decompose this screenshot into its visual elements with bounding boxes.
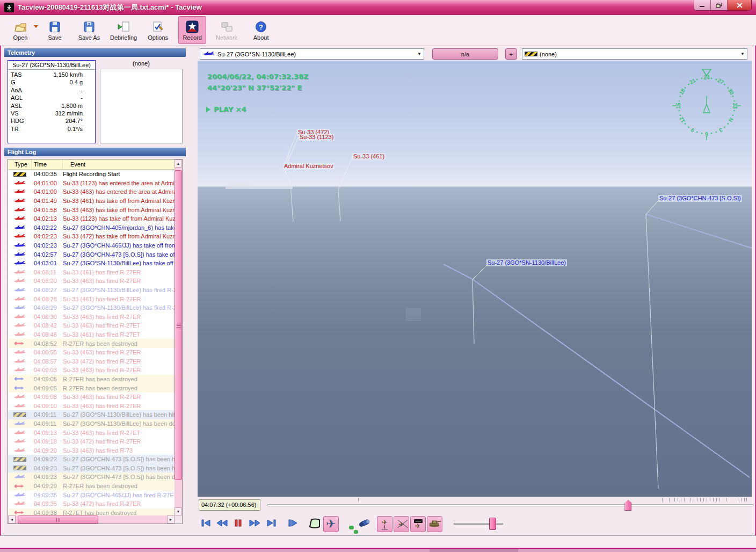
chevron-down-icon: ▼ xyxy=(415,52,424,56)
timeline-handle[interactable] xyxy=(624,500,631,511)
zoom-slider-handle[interactable] xyxy=(489,518,496,530)
flight-log-row[interactable]: 04:01:58Su-33 (463) has take off from Ad… xyxy=(8,205,175,214)
cockpit-view-button[interactable] xyxy=(307,516,322,532)
red-plane-faded-icon xyxy=(8,350,32,355)
flight-log-row[interactable]: 04:09:18Su-33 (472) has fired R-27ER xyxy=(8,437,175,446)
flight-log-row[interactable]: 04:09:05R-27ER has been destroyed xyxy=(8,383,175,393)
vertical-scrollbar[interactable]: ▲ ▼ xyxy=(175,159,182,515)
close-button[interactable] xyxy=(728,0,751,10)
secondary-object-select[interactable]: (none) ▼ xyxy=(522,48,747,60)
camera-view-button[interactable] xyxy=(357,516,372,532)
flight-log-row[interactable]: 04:08:11Su-33 (461) has fired R-27ER xyxy=(8,268,175,277)
telemetry-primary-box[interactable]: Su-27 (3GO*SN-1130/BillLee) TAS1,150 km/… xyxy=(8,60,96,143)
flight-log-row[interactable]: 04:09:08Su-33 (463) has fired R-27ER xyxy=(8,393,175,402)
flight-log-row[interactable]: 04:02:22Su-27 (3GO*CHN-405/mjordan_6) ha… xyxy=(8,223,175,233)
skip-to-start-button[interactable] xyxy=(199,518,213,531)
object-label[interactable]: Admiral Kuznetsov xyxy=(283,163,335,170)
flight-log-row[interactable]: 04:02:57Su-27 (3GO*CHN-473 [S.O.S]) has … xyxy=(8,250,175,259)
restore-button[interactable] xyxy=(711,0,728,10)
show-aircraft-models-button[interactable]: ✈ xyxy=(377,516,392,532)
save-as-button[interactable]: ? Save As xyxy=(75,16,103,44)
options-button[interactable]: Options xyxy=(144,16,172,44)
flight-log-row[interactable]: 04:01:00Su-33 (463) has entered the area… xyxy=(8,187,175,197)
flight-log-row[interactable]: 04:08:27Su-27 (3GO*SN-1130/BillLee) has … xyxy=(8,286,175,295)
flight-log-row[interactable]: 04:09:20Su-33 (463) has fired R-73 xyxy=(8,446,175,455)
scroll-down-button[interactable]: ▼ xyxy=(175,507,182,515)
na-button[interactable]: n/a xyxy=(432,48,498,60)
about-button[interactable]: ? About xyxy=(247,16,275,44)
flight-log-row[interactable]: 04:08:55Su-33 (463) has fired R-27ER xyxy=(8,348,175,357)
minimize-button[interactable] xyxy=(694,0,711,10)
flight-log-row[interactable]: 04:08:52R-27ER has been destroyed xyxy=(8,339,175,348)
flight-log-row[interactable]: 04:02:23Su-33 (472) has take off from Ad… xyxy=(8,232,175,241)
flight-log-row[interactable]: 04:02:23Su-27 (3GO*CHN-465/JJ) has take … xyxy=(8,241,175,250)
add-object-button[interactable]: + xyxy=(505,48,517,60)
flight-log-row[interactable]: 04:03:01Su-27 (3GO*SN-1130/BillLee) has … xyxy=(8,259,175,268)
save-button[interactable]: Save xyxy=(41,16,69,44)
red-plane-icon xyxy=(8,198,32,204)
blue-plane-icon xyxy=(202,51,215,57)
flight-log-row[interactable]: 04:08:42Su-33 (463) has fired R-27ET xyxy=(8,321,175,330)
flight-log-row[interactable]: 04:09:23Su-27 (3GO*CHN-473 [S.O.S]) has … xyxy=(8,473,175,482)
object-label[interactable]: Su-33 (1123) xyxy=(299,134,335,141)
aircraft-view-button[interactable]: ✈ xyxy=(323,516,339,532)
flight-log-row[interactable]: 04:01:00Su-33 (1123) has entered the are… xyxy=(8,179,175,188)
flight-log-row[interactable]: 04:08:57Su-33 (472) has fired R-27ER xyxy=(8,357,175,366)
primary-object-select[interactable]: Su-27 (3GO*SN-1130/BillLee) ▼ xyxy=(200,48,424,60)
debriefing-icon xyxy=(117,19,130,34)
open-button[interactable]: Open xyxy=(6,16,34,44)
title-bar[interactable]: Tacview-20080419-211613对战第一局.txt.acmi* -… xyxy=(0,0,756,15)
red-missile-icon xyxy=(8,484,32,489)
object-label[interactable]: Su-27 (3GO*CHN-473 [S.O.S]) xyxy=(658,195,742,202)
vertical-scrollbar-thumb[interactable] xyxy=(175,170,182,480)
flight-log-row[interactable]: 04:08:30Su-33 (463) has fired R-27ER xyxy=(8,313,175,322)
fast-forward-button[interactable] xyxy=(248,518,262,531)
scroll-left-button[interactable]: ◄ xyxy=(8,515,16,524)
timeline-track[interactable] xyxy=(267,504,754,506)
debriefing-button[interactable]: Debriefing xyxy=(110,16,137,44)
horizontal-scrollbar-thumb[interactable] xyxy=(18,515,98,524)
flight-log-row[interactable]: 04:08:29Su-27 (3GO*SN-1130/BillLee) has … xyxy=(8,303,175,313)
flight-log-row[interactable]: 04:09:10Su-33 (463) has fired R-27ER xyxy=(8,401,175,410)
flight-log-row[interactable]: 04:09:35Su-27 (3GO*CHN-465/JJ) has fired… xyxy=(8,490,175,499)
flight-log-row[interactable]: 04:09:11Su-27 (3GO*SN-1130/BillLee) has … xyxy=(8,419,175,428)
record-button[interactable]: Record xyxy=(178,16,206,44)
show-labels-button[interactable]: ✈ xyxy=(410,516,426,532)
telemetry-secondary-box[interactable] xyxy=(100,69,183,143)
flight-log-row[interactable]: 04:01:49Su-33 (461) has take off from Ad… xyxy=(8,197,175,206)
show-ground-objects-button[interactable] xyxy=(427,516,442,532)
red-plane-faded-icon xyxy=(8,270,32,275)
flight-log-row[interactable]: 04:09:11Su-27 (3GO*SN-1130/BillLee) has … xyxy=(8,410,175,419)
pause-button[interactable] xyxy=(231,518,245,531)
skip-to-end-button[interactable] xyxy=(265,518,279,531)
object-label[interactable]: Su-33 (461) xyxy=(352,153,386,160)
horizontal-scrollbar[interactable]: ◄ ► xyxy=(8,515,175,524)
show-trajectories-button[interactable]: ✈ xyxy=(394,516,409,532)
blue-plane-icon xyxy=(8,243,32,248)
flight-log-row[interactable]: 04:09:13Su-33 (463) has fired R-27ET xyxy=(8,428,175,437)
flight-log-column-headers[interactable]: Type Time Event xyxy=(8,159,175,170)
flight-log-row[interactable]: 04:09:22Su-27 (3GO*CHN-473 [S.O.S]) has … xyxy=(8,455,175,464)
flight-log-row[interactable]: 04:09:05R-27ER has been destroyed xyxy=(8,375,175,384)
world-view-button[interactable] xyxy=(340,516,355,532)
play-step-button[interactable] xyxy=(286,518,300,531)
rewind-button[interactable] xyxy=(215,518,229,531)
3d-viewport[interactable]: N3691215182124273033 2004/06/22, 04:07:3… xyxy=(198,61,752,497)
scroll-up-button[interactable]: ▲ xyxy=(175,159,182,168)
flight-log-row[interactable]: 04:08:28Su-33 (461) has fired R-27ER xyxy=(8,294,175,303)
object-label[interactable]: Su-27 (3GO*SN-1130/BillLee) xyxy=(486,259,567,266)
svg-text:?: ? xyxy=(88,22,91,27)
scroll-right-button[interactable]: ► xyxy=(167,515,175,524)
blue-plane-faded-icon xyxy=(8,474,32,480)
flight-log-row[interactable]: 04:09:35Su-33 (472) has fired R-27ER xyxy=(8,499,175,509)
flight-log-row[interactable]: 04:08:20Su-33 (463) has fired R-27ER xyxy=(8,277,175,286)
open-dropdown-arrow[interactable] xyxy=(34,25,38,28)
flight-log-row[interactable]: 04:09:23Su-27 (3GO*CHN-473 [S.O.S]) has … xyxy=(8,464,175,473)
flight-log-row[interactable]: 04:09:38R-27ET has been destroyed xyxy=(8,509,175,515)
blue-missile-icon xyxy=(8,376,32,381)
flight-log-row[interactable]: 04:00:35Flight Recording Start xyxy=(8,170,175,179)
flight-log-row[interactable]: 04:02:13Su-33 (1123) has take off from A… xyxy=(8,214,175,223)
flight-log-row[interactable]: 04:09:29R-27ER has been destroyed xyxy=(8,482,175,491)
flight-log-row[interactable]: 04:09:03Su-33 (463) has fired R-27ER xyxy=(8,366,175,375)
flight-log-row[interactable]: 04:08:46Su-33 (461) has fired R-27ET xyxy=(8,330,175,339)
